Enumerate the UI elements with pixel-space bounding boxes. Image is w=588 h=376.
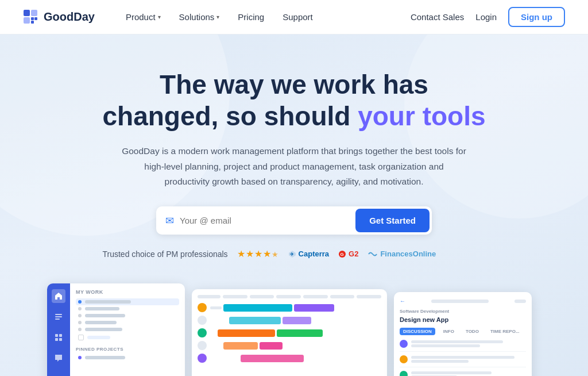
list-bar bbox=[85, 321, 117, 324]
trusted-text: Trusted choice of PM professionals bbox=[102, 250, 227, 259]
my-work-header: MY WORK bbox=[76, 289, 179, 295]
nav-solutions[interactable]: Solutions ▾ bbox=[171, 7, 228, 26]
svg-rect-1 bbox=[31, 10, 37, 16]
hero-section: The way we work has changed, so should y… bbox=[0, 34, 588, 376]
commenter-avatar-1 bbox=[400, 340, 408, 348]
task-comment-row-1 bbox=[400, 340, 526, 348]
gantt-bar-purple bbox=[294, 304, 334, 312]
task-detail-header: ← bbox=[400, 298, 526, 304]
add-icon bbox=[78, 335, 84, 340]
signup-button[interactable]: Sign up bbox=[508, 7, 565, 27]
list-dot-icon bbox=[78, 314, 82, 317]
task-name-label: Design new App bbox=[400, 316, 526, 323]
list-item-1[interactable] bbox=[76, 305, 179, 312]
list-bar bbox=[85, 314, 125, 317]
task-comment-row-2 bbox=[400, 355, 526, 363]
nav-pricing[interactable]: Pricing bbox=[230, 7, 272, 26]
project-title-bar bbox=[431, 300, 489, 303]
capterra-badge: ✈ Capterra bbox=[288, 250, 329, 258]
list-item-4[interactable] bbox=[76, 326, 179, 333]
nav-support[interactable]: Support bbox=[274, 7, 321, 26]
options-bar bbox=[514, 300, 526, 303]
svg-rect-12 bbox=[55, 319, 60, 320]
list-dot-icon bbox=[78, 356, 82, 359]
svg-rect-11 bbox=[55, 316, 62, 317]
list-dot-icon bbox=[78, 300, 82, 304]
gantt-panel bbox=[192, 289, 387, 376]
svg-rect-2 bbox=[24, 17, 30, 24]
comment-line bbox=[411, 371, 492, 374]
user-avatar-3 bbox=[198, 354, 207, 363]
svg-rect-4 bbox=[34, 17, 37, 20]
spacer bbox=[198, 341, 207, 350]
tab-time[interactable]: TIME REPO... bbox=[487, 328, 523, 335]
list-item-active[interactable] bbox=[76, 298, 179, 305]
contact-sales-link[interactable]: Contact Sales bbox=[411, 12, 464, 22]
list-item-5[interactable] bbox=[76, 333, 179, 342]
gantt-bar-pink bbox=[260, 342, 283, 350]
sidebar-projects-icon[interactable] bbox=[52, 331, 65, 344]
trusted-row: Trusted choice of PM professionals ★★★★★… bbox=[102, 248, 485, 259]
logo[interactable]: GoodDay bbox=[23, 9, 95, 25]
tab-discussion[interactable]: DISCUSSION bbox=[400, 328, 435, 335]
comment-line bbox=[411, 356, 514, 359]
list-bar bbox=[85, 307, 119, 310]
list-bar bbox=[85, 300, 131, 304]
sidebar-home-icon[interactable] bbox=[52, 289, 65, 303]
list-item-2[interactable] bbox=[76, 312, 179, 319]
divider bbox=[400, 351, 526, 352]
hero-title: The way we work has changed, so should y… bbox=[102, 69, 485, 132]
email-icon: ✉ bbox=[165, 214, 174, 227]
svg-rect-5 bbox=[31, 21, 34, 24]
svg-text:✈: ✈ bbox=[290, 252, 294, 257]
capterra-logo-icon: ✈ bbox=[288, 250, 296, 258]
task-tabs: DISCUSSION INFO TODO TIME REPO... bbox=[400, 328, 526, 335]
gantt-row-2 bbox=[198, 316, 381, 325]
email-input[interactable] bbox=[180, 216, 355, 225]
comment-line bbox=[411, 344, 480, 347]
gantt-row-4 bbox=[198, 341, 381, 350]
user-avatar-2 bbox=[198, 328, 207, 337]
dashboard-preview: MY WORK bbox=[47, 278, 541, 376]
sidebar-chat-icon[interactable] bbox=[52, 351, 65, 365]
pinned-projects-label: PINNED PROJECTS bbox=[76, 347, 179, 352]
list-bar bbox=[85, 356, 125, 359]
tab-info[interactable]: INFO bbox=[440, 328, 458, 335]
svg-text:G: G bbox=[341, 252, 344, 257]
tab-todo[interactable]: TODO bbox=[462, 328, 482, 335]
logo-text: GoodDay bbox=[44, 10, 95, 24]
list-bar bbox=[87, 336, 110, 339]
email-form: ✉ Get Started bbox=[156, 206, 432, 235]
g2-logo-icon: G bbox=[338, 250, 346, 258]
back-arrow-icon[interactable]: ← bbox=[400, 298, 405, 304]
svg-rect-0 bbox=[24, 10, 30, 16]
gantt-bar-cyan bbox=[223, 304, 292, 312]
login-link[interactable]: Login bbox=[475, 12, 497, 22]
spacer bbox=[198, 316, 207, 325]
solutions-chevron-icon: ▾ bbox=[216, 14, 219, 20]
gantt-row-5 bbox=[198, 354, 381, 363]
svg-rect-13 bbox=[55, 334, 58, 337]
comment-line bbox=[411, 340, 503, 343]
finances-online-badge: FinancesOnline bbox=[368, 250, 436, 258]
sidebar-tasks-icon[interactable] bbox=[52, 310, 65, 324]
user-avatar bbox=[198, 303, 207, 312]
sidebar-panel: MY WORK bbox=[47, 283, 185, 376]
svg-rect-3 bbox=[31, 17, 34, 20]
gantt-bar-orange-2 bbox=[223, 342, 258, 350]
list-dot-icon bbox=[78, 321, 82, 324]
nav-product[interactable]: Product ▾ bbox=[118, 7, 169, 26]
product-chevron-icon: ▾ bbox=[158, 14, 161, 20]
gantt-row-3 bbox=[198, 328, 381, 337]
get-started-button[interactable]: Get Started bbox=[355, 209, 430, 232]
gantt-column-headers bbox=[198, 295, 381, 298]
gantt-row-1 bbox=[198, 303, 381, 312]
list-bar bbox=[85, 328, 122, 331]
sidebar-settings-icon[interactable] bbox=[52, 372, 65, 376]
nav-right: Contact Sales Login Sign up bbox=[411, 7, 565, 27]
pinned-item-1[interactable] bbox=[76, 354, 179, 361]
gantt-bar-orange bbox=[218, 329, 275, 337]
commenter-avatar-2 bbox=[400, 355, 408, 363]
list-item-3[interactable] bbox=[76, 319, 179, 326]
list-dot-icon bbox=[78, 328, 82, 331]
